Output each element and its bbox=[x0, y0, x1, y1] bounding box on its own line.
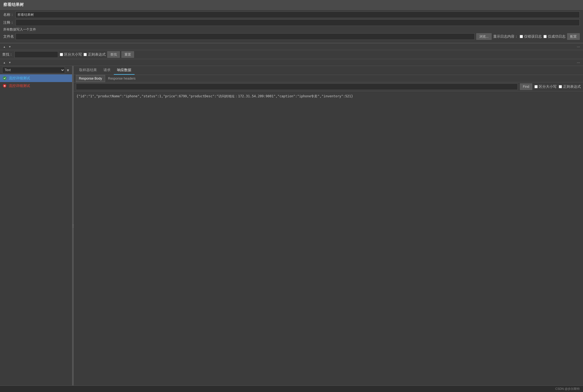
main-content: Text HTML JSON XML Binary ▾ bbox=[0, 66, 583, 385]
tab-sampler-result[interactable]: 取样器结果 bbox=[76, 66, 100, 75]
response-case-label: 区分大小写 bbox=[539, 84, 557, 89]
more-options-1[interactable]: ··· bbox=[576, 44, 581, 49]
down-arrow-btn[interactable]: ▼ bbox=[8, 45, 12, 49]
tree-list: 流控详细测试 流控详细测试 bbox=[0, 74, 72, 385]
sub-tab-response-headers[interactable]: Response headers bbox=[105, 75, 139, 82]
configure-button[interactable]: 配置 bbox=[567, 33, 580, 40]
page-container: 察看结果树 名称： 注释： 所有数据写入一个文件 文件名 浏览... 显示日志内… bbox=[0, 0, 583, 392]
success-log-checkbox[interactable] bbox=[543, 35, 547, 38]
item-label: 流控详细测试 bbox=[9, 83, 30, 88]
response-regex-checkbox[interactable] bbox=[559, 85, 562, 88]
file-row: 文件名 浏览... 显示日志内容： 仅错误日志 仅成功日志 配置 bbox=[3, 33, 580, 40]
case-sensitive-group: 区分大小写 bbox=[60, 52, 82, 57]
tab-response-data[interactable]: 响应数据 bbox=[114, 66, 135, 75]
response-body: {"id":"1","productName":"iphone","status… bbox=[74, 91, 583, 385]
title-bar: 察看结果树 bbox=[0, 0, 583, 10]
error-log-checkbox[interactable] bbox=[520, 35, 523, 38]
search-row: 查找： 区分大小写 正则表达式 查找 重置 bbox=[0, 50, 583, 59]
file-input[interactable] bbox=[16, 33, 475, 40]
tabs-row: 取样器结果 请求 响应数据 bbox=[74, 66, 583, 75]
all-data-row: 所有数据写入一个文件 bbox=[3, 27, 580, 32]
left-panel: Text HTML JSON XML Binary ▾ bbox=[0, 66, 72, 385]
more-options-2[interactable]: ··· bbox=[576, 60, 581, 65]
success-log-label: 仅成功日志 bbox=[548, 34, 566, 39]
search-label: 查找： bbox=[2, 52, 13, 57]
error-log-group: 仅错误日志 bbox=[520, 34, 542, 39]
footer: CSDN @步尔斯特 bbox=[0, 385, 583, 392]
response-regex-group: 正则表达式 bbox=[559, 84, 581, 89]
name-label: 名称： bbox=[3, 12, 14, 17]
footer-credit: CSDN @步尔斯特 bbox=[555, 387, 580, 391]
reset-button[interactable]: 重置 bbox=[121, 51, 134, 58]
list-item[interactable]: 流控详细测试 bbox=[0, 74, 72, 82]
sub-tab-response-body[interactable]: Response Body bbox=[76, 75, 105, 82]
panel-resizer[interactable] bbox=[72, 66, 74, 385]
left-panel-toolbar: Text HTML JSON XML Binary ▾ bbox=[0, 66, 72, 74]
regex-label: 正则表达式 bbox=[88, 52, 106, 57]
all-data-label: 所有数据写入一个文件 bbox=[3, 27, 36, 32]
regex-checkbox[interactable] bbox=[84, 53, 87, 56]
tab-request[interactable]: 请求 bbox=[100, 66, 114, 75]
case-sensitive-checkbox[interactable] bbox=[60, 53, 63, 56]
page-title: 察看结果树 bbox=[3, 2, 24, 7]
item-label: 流控详细测试 bbox=[9, 76, 30, 81]
name-row: 名称： bbox=[3, 11, 580, 18]
response-case-group: 区分大小写 bbox=[534, 84, 557, 89]
format-select[interactable]: Text HTML JSON XML Binary bbox=[2, 67, 65, 73]
toolbar-row-2: ▲ ▼ ··· bbox=[0, 59, 583, 66]
success-icon bbox=[2, 76, 7, 81]
toolbar-row-1: ▲ ▼ ··· bbox=[0, 43, 583, 50]
comment-label: 注释： bbox=[3, 20, 14, 25]
comment-row: 注释： bbox=[3, 19, 580, 26]
up-arrow-btn[interactable]: ▲ bbox=[2, 45, 7, 49]
search-input[interactable] bbox=[14, 51, 58, 58]
name-input[interactable] bbox=[16, 11, 580, 18]
case-sensitive-label: 区分大小写 bbox=[64, 52, 82, 57]
error-log-label: 仅错误日志 bbox=[524, 34, 542, 39]
comment-input[interactable] bbox=[16, 19, 580, 26]
success-log-group: 仅成功日志 bbox=[543, 34, 566, 39]
response-find-button[interactable]: Find bbox=[520, 83, 532, 90]
right-panel: 取样器结果 请求 响应数据 Response Body Response hea… bbox=[74, 66, 583, 385]
display-log-label: 显示日志内容： bbox=[493, 34, 518, 39]
error-icon bbox=[2, 83, 7, 88]
regex-group: 正则表达式 bbox=[84, 52, 106, 57]
response-toolbar: Find 区分大小写 正则表达式 bbox=[74, 82, 583, 91]
dropdown-arrow[interactable]: ▾ bbox=[66, 67, 70, 73]
up-arrow-btn-2[interactable]: ▲ bbox=[2, 61, 7, 64]
response-case-checkbox[interactable] bbox=[534, 85, 538, 88]
response-regex-label: 正则表达式 bbox=[563, 84, 581, 89]
response-find-input[interactable] bbox=[76, 83, 518, 90]
config-section: 名称： 注释： 所有数据写入一个文件 文件名 浏览... 显示日志内容： 仅错误… bbox=[0, 10, 583, 43]
browse-button[interactable]: 浏览... bbox=[476, 33, 492, 40]
sub-tabs-row: Response Body Response headers bbox=[74, 75, 583, 82]
down-arrow-btn-2[interactable]: ▼ bbox=[8, 61, 12, 64]
response-body-text: {"id":"1","productName":"iphone","status… bbox=[76, 94, 353, 98]
find-button[interactable]: 查找 bbox=[107, 51, 120, 58]
list-item[interactable]: 流控详细测试 bbox=[0, 82, 72, 90]
file-label: 文件名 bbox=[3, 34, 14, 39]
